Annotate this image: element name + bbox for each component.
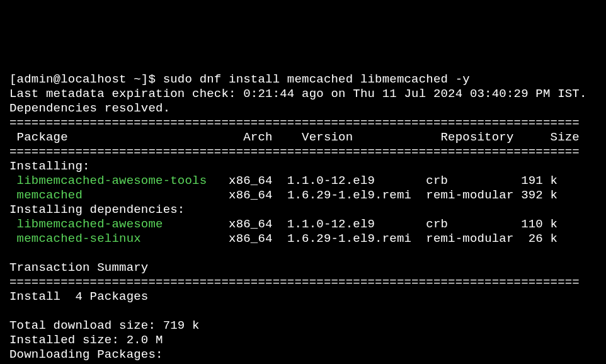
blank-line (9, 246, 597, 261)
package-row-4: memcached-selinux x86_64 1.6.29-1.el9.re… (9, 232, 597, 246)
transaction-summary: Transaction Summary (9, 261, 597, 275)
terminal-output: [admin@localhost ~]$ sudo dnf install me… (0, 58, 606, 364)
table-header: Package Arch Version Repository Size (9, 130, 597, 145)
package-details: x86_64 1.1.0-12.el9 crb 191 k (207, 174, 557, 188)
package-name: memcached (9, 188, 83, 202)
install-count: Install 4 Packages (9, 290, 597, 304)
installing-header: Installing: (9, 159, 597, 174)
deps-resolved: Dependencies resolved. (9, 101, 597, 116)
command-prompt: [admin@localhost ~]$ sudo dnf install me… (9, 72, 597, 87)
package-name: libmemcached-awesome-tools (9, 174, 207, 188)
installed-size: Installed size: 2.0 M (9, 333, 597, 348)
divider-summary: ========================================… (9, 275, 597, 290)
blank-line (9, 304, 597, 319)
package-details: x86_64 1.6.29-1.el9.remi remi-modular 39… (83, 188, 557, 202)
download-size: Total download size: 719 k (9, 319, 597, 333)
package-name: libmemcached-awesome (9, 217, 163, 231)
downloading-header: Downloading Packages: (9, 348, 597, 362)
package-name: memcached-selinux (9, 232, 141, 246)
package-details: x86_64 1.6.29-1.el9.remi remi-modular 26… (141, 232, 557, 246)
package-row-1: libmemcached-awesome-tools x86_64 1.1.0-… (9, 174, 597, 188)
package-row-3: libmemcached-awesome x86_64 1.1.0-12.el9… (9, 217, 597, 232)
metadata-check: Last metadata expiration check: 0:21:44 … (9, 87, 597, 101)
installing-deps-header: Installing dependencies: (9, 203, 597, 217)
package-row-2: memcached x86_64 1.6.29-1.el9.remi remi-… (9, 188, 597, 203)
divider-header: ========================================… (9, 145, 597, 159)
package-details: x86_64 1.1.0-12.el9 crb 110 k (163, 217, 558, 231)
divider-top: ========================================… (9, 116, 597, 130)
